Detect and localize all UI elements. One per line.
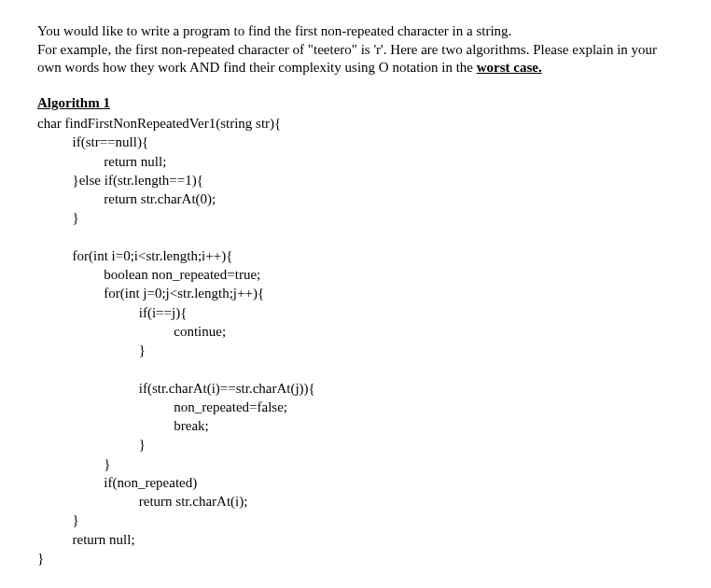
problem-description: You would like to write a program to fin…	[37, 22, 674, 77]
algorithm-title: Algorithm 1	[37, 94, 674, 113]
algorithm-code: char findFirstNonRepeatedVer1(string str…	[37, 114, 674, 567]
intro-line1: You would like to write a program to fin…	[37, 22, 674, 41]
worst-case-emphasis: worst case.	[477, 60, 542, 75]
intro-line2-text: For example, the first non-repeated char…	[37, 42, 657, 76]
intro-line2: For example, the first non-repeated char…	[37, 41, 674, 77]
